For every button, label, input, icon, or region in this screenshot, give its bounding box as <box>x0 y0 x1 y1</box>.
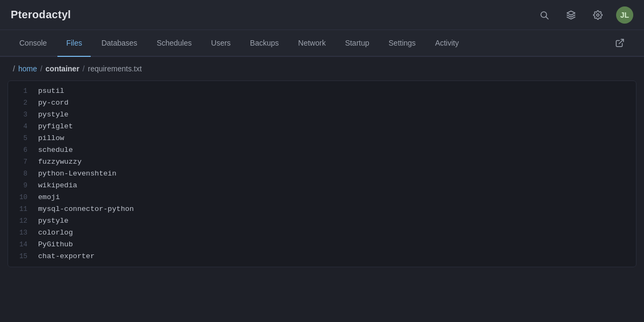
external-link-icon[interactable] <box>606 30 633 57</box>
tab-network[interactable]: Network <box>290 30 334 57</box>
avatar[interactable]: JL <box>616 6 633 24</box>
code-lines: 1psutil2py-cord3pystyle4pyfiglet5pillow6… <box>8 81 636 267</box>
breadcrumb-container[interactable]: container <box>46 64 79 73</box>
line-number: 12 <box>8 215 36 227</box>
tab-databases[interactable]: Databases <box>93 30 146 57</box>
line-number: 15 <box>8 251 36 262</box>
table-row: 6schedule <box>8 144 636 156</box>
line-number: 14 <box>8 239 36 251</box>
breadcrumb-sep-1: / <box>40 64 42 73</box>
line-number: 2 <box>8 97 36 109</box>
table-row: 12pystyle <box>8 215 636 227</box>
line-number: 4 <box>8 121 36 133</box>
svg-point-3 <box>597 13 599 16</box>
table-row: 11mysql-connector-python <box>8 203 636 215</box>
table-row: 10emoji <box>8 192 636 203</box>
breadcrumb-home[interactable]: home <box>18 64 37 73</box>
tab-backups[interactable]: Backups <box>241 30 288 57</box>
line-number: 7 <box>8 156 36 168</box>
line-content: psutil <box>36 85 64 97</box>
breadcrumb-separator: / <box>13 64 15 73</box>
line-number: 8 <box>8 168 36 180</box>
line-number: 1 <box>8 85 36 97</box>
line-content: pillow <box>36 133 64 144</box>
app-title: Pterodactyl <box>11 9 71 21</box>
line-number: 3 <box>8 109 36 121</box>
line-content: py-cord <box>36 97 69 109</box>
table-row: 4pyfiglet <box>8 121 636 133</box>
line-number: 6 <box>8 144 36 156</box>
line-content: python-Levenshtein <box>36 168 116 180</box>
tab-users[interactable]: Users <box>202 30 239 57</box>
line-content: pystyle <box>36 109 69 121</box>
line-number: 10 <box>8 192 36 203</box>
header: Pterodactyl JL <box>0 0 644 30</box>
table-row: 14PyGithub <box>8 239 636 251</box>
table-row: 3pystyle <box>8 109 636 121</box>
nav-tabs: Console Files Databases Schedules Users … <box>0 30 644 57</box>
file-editor: 1psutil2py-cord3pystyle4pyfiglet5pillow6… <box>8 80 636 267</box>
search-icon[interactable] <box>536 6 553 24</box>
tab-schedules[interactable]: Schedules <box>148 30 200 57</box>
layers-icon[interactable] <box>562 6 580 24</box>
line-content: pystyle <box>36 215 69 227</box>
tab-activity[interactable]: Activity <box>427 30 467 57</box>
line-number: 11 <box>8 203 36 215</box>
line-content: pyfiglet <box>36 121 73 133</box>
table-row: 1psutil <box>8 85 636 97</box>
tab-console[interactable]: Console <box>11 30 55 57</box>
settings-icon[interactable] <box>589 6 606 24</box>
breadcrumb: / home / container / requirements.txt <box>0 57 644 80</box>
table-row: 13colorlog <box>8 227 636 239</box>
header-actions: JL <box>536 6 633 24</box>
line-content: mysql-connector-python <box>36 203 134 215</box>
line-number: 5 <box>8 133 36 144</box>
table-row: 7fuzzywuzzy <box>8 156 636 168</box>
svg-line-1 <box>546 17 548 19</box>
breadcrumb-sep-2: / <box>83 64 85 73</box>
line-content: wikipedia <box>36 180 77 192</box>
table-row: 9wikipedia <box>8 180 636 192</box>
line-content: chat-exporter <box>36 251 94 262</box>
tab-startup[interactable]: Startup <box>336 30 378 57</box>
breadcrumb-filename: requirements.txt <box>88 64 142 73</box>
tab-files[interactable]: Files <box>57 30 91 57</box>
table-row: 2py-cord <box>8 97 636 109</box>
table-row: 15chat-exporter <box>8 251 636 262</box>
line-content: PyGithub <box>36 239 73 251</box>
line-content: schedule <box>36 144 73 156</box>
line-content: fuzzywuzzy <box>36 156 82 168</box>
line-content: emoji <box>36 192 60 203</box>
table-row: 5pillow <box>8 133 636 144</box>
tab-settings[interactable]: Settings <box>380 30 425 57</box>
svg-marker-2 <box>567 11 575 15</box>
line-content: colorlog <box>36 227 73 239</box>
table-row: 8python-Levenshtein <box>8 168 636 180</box>
line-number: 9 <box>8 180 36 192</box>
svg-line-4 <box>619 39 624 43</box>
line-number: 13 <box>8 227 36 239</box>
